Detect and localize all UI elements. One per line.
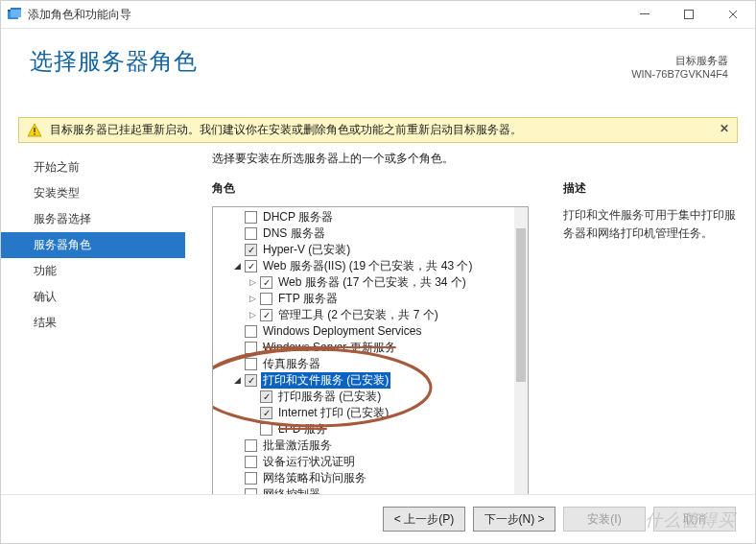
maximize-button[interactable] bbox=[667, 1, 711, 28]
nav-step[interactable]: 服务器角色 bbox=[1, 232, 185, 258]
checkbox[interactable] bbox=[245, 325, 257, 338]
tree-row[interactable]: Windows Deployment Services bbox=[213, 323, 514, 340]
instruction-text: 选择要安装在所选服务器上的一个或多个角色。 bbox=[212, 151, 736, 167]
checkbox[interactable] bbox=[245, 227, 257, 240]
expander-closed-icon[interactable]: ▷ bbox=[248, 310, 258, 320]
tree-row-label: Windows Deployment Services bbox=[261, 323, 423, 340]
nav-step[interactable]: 确认 bbox=[1, 284, 185, 310]
checkbox[interactable] bbox=[245, 342, 257, 354]
checkbox[interactable] bbox=[260, 293, 272, 305]
tree-row[interactable]: ▷FTP 服务器 bbox=[213, 291, 514, 307]
app-icon bbox=[7, 7, 22, 22]
expander-closed-icon[interactable]: ▷ bbox=[248, 294, 258, 304]
nav-step[interactable]: 开始之前 bbox=[1, 154, 185, 180]
expander-none bbox=[248, 424, 258, 435]
tree-row[interactable]: ▷Web 服务器 (17 个已安装，共 34 个) bbox=[213, 274, 514, 291]
checkbox[interactable] bbox=[260, 407, 272, 419]
roles-column: 角色 DHCP 服务器DNS 服务器Hyper-V (已安装)◢Web 服务器(… bbox=[212, 180, 529, 496]
scrollbar[interactable] bbox=[514, 207, 528, 495]
checkbox[interactable] bbox=[260, 276, 272, 289]
tree-row[interactable]: DHCP 服务器 bbox=[213, 209, 514, 225]
tree-row[interactable]: 打印服务器 (已安装) bbox=[213, 389, 514, 405]
tree-row-label: 批量激活服务 bbox=[261, 438, 334, 454]
content: 选择要安装在所选服务器上的一个或多个角色。 角色 DHCP 服务器DNS 服务器… bbox=[185, 151, 755, 496]
tree-row[interactable]: ◢打印和文件服务 (已安装) bbox=[213, 372, 514, 389]
nav-step[interactable]: 服务器选择 bbox=[1, 206, 185, 232]
tree-row[interactable]: 设备运行状况证明 bbox=[213, 454, 514, 470]
svg-rect-7 bbox=[34, 133, 35, 135]
expander-none bbox=[232, 228, 243, 239]
titlebar: 添加角色和功能向导 bbox=[1, 1, 755, 29]
nav-step[interactable]: 功能 bbox=[1, 258, 185, 284]
install-button[interactable]: 安装(I) bbox=[563, 507, 646, 532]
back-button[interactable]: < 上一步(P) bbox=[383, 507, 465, 532]
tree-row[interactable]: ◢Web 服务器(IIS) (19 个已安装，共 43 个) bbox=[213, 258, 514, 274]
warning-bar: 目标服务器已挂起重新启动。我们建议你在安装或删除角色或功能之前重新启动目标服务器… bbox=[18, 117, 738, 143]
tree-row-label: Internet 打印 (已安装) bbox=[276, 405, 390, 421]
wizard-window: 添加角色和功能向导 选择服务器角色 目标服务器 WIN-76B7GVKN4F4 … bbox=[0, 0, 756, 544]
checkbox[interactable] bbox=[245, 260, 257, 272]
warning-icon bbox=[27, 123, 42, 138]
tree-row[interactable]: DNS 服务器 bbox=[213, 225, 514, 242]
close-icon bbox=[728, 10, 738, 19]
warning-close-button[interactable]: ✕ bbox=[720, 122, 729, 135]
close-button[interactable] bbox=[711, 1, 755, 28]
scrollbar-thumb[interactable] bbox=[516, 228, 526, 382]
roles-listbox[interactable]: DHCP 服务器DNS 服务器Hyper-V (已安装)◢Web 服务器(IIS… bbox=[212, 206, 529, 496]
tree-row[interactable]: Windows Server 更新服务 bbox=[213, 340, 514, 356]
dest-label: 目标服务器 bbox=[631, 54, 728, 68]
warning-text: 目标服务器已挂起重新启动。我们建议你在安装或删除角色或功能之前重新启动目标服务器… bbox=[50, 122, 522, 138]
checkbox[interactable] bbox=[245, 456, 257, 468]
expander-open-icon[interactable]: ◢ bbox=[232, 261, 243, 272]
tree-row[interactable]: ▷管理工具 (2 个已安装，共 7 个) bbox=[213, 307, 514, 323]
tree-row-label: 设备运行状况证明 bbox=[261, 454, 357, 470]
expander-none bbox=[232, 212, 243, 223]
expander-none bbox=[232, 440, 243, 451]
minimize-button[interactable] bbox=[623, 1, 667, 28]
checkbox[interactable] bbox=[245, 244, 257, 256]
checkbox[interactable] bbox=[260, 390, 272, 403]
expander-closed-icon[interactable]: ▷ bbox=[248, 277, 258, 288]
tree-row[interactable]: 网络策略和访问服务 bbox=[213, 470, 514, 486]
expander-none bbox=[248, 408, 258, 418]
tree-row-label: LPD 服务 bbox=[276, 421, 329, 438]
expander-none bbox=[232, 457, 243, 467]
expander-open-icon[interactable]: ◢ bbox=[232, 375, 243, 386]
expander-none bbox=[232, 473, 243, 484]
watermark: 什么值得买 bbox=[645, 509, 736, 532]
tree-row-label: DNS 服务器 bbox=[261, 225, 327, 242]
expander-none bbox=[232, 326, 243, 337]
window-title: 添加角色和功能向导 bbox=[28, 7, 623, 23]
roles-tree: DHCP 服务器DNS 服务器Hyper-V (已安装)◢Web 服务器(IIS… bbox=[213, 207, 514, 495]
description-column: 描述 打印和文件服务可用于集中打印服务器和网络打印机管理任务。 bbox=[563, 180, 736, 243]
tree-row-label: FTP 服务器 bbox=[276, 291, 340, 307]
expander-none bbox=[232, 359, 243, 369]
nav-step[interactable]: 安装类型 bbox=[1, 180, 185, 206]
tree-row[interactable]: Internet 打印 (已安装) bbox=[213, 405, 514, 421]
checkbox[interactable] bbox=[245, 439, 257, 452]
columns: 角色 DHCP 服务器DNS 服务器Hyper-V (已安装)◢Web 服务器(… bbox=[212, 180, 736, 496]
footer: < 上一步(P) 下一步(N) > 安装(I) 取消 什么值得买 bbox=[1, 494, 755, 543]
svg-rect-5 bbox=[685, 11, 694, 19]
page-title: 选择服务器角色 bbox=[30, 46, 726, 77]
tree-row[interactable]: LPD 服务 bbox=[213, 421, 514, 438]
checkbox[interactable] bbox=[245, 211, 257, 224]
body: 开始之前安装类型服务器选择服务器角色功能确认结果 选择要安装在所选服务器上的一个… bbox=[1, 151, 755, 515]
tree-row[interactable]: 传真服务器 bbox=[213, 356, 514, 372]
wizard-nav: 开始之前安装类型服务器选择服务器角色功能确认结果 bbox=[1, 151, 185, 336]
next-button[interactable]: 下一步(N) > bbox=[473, 507, 555, 532]
expander-none bbox=[232, 343, 243, 353]
maximize-icon bbox=[684, 10, 694, 19]
tree-row-label: 传真服务器 bbox=[261, 356, 322, 372]
checkbox[interactable] bbox=[245, 358, 257, 370]
nav-step[interactable]: 结果 bbox=[1, 310, 185, 336]
tree-row[interactable]: 批量激活服务 bbox=[213, 438, 514, 454]
dest-value: WIN-76B7GVKN4F4 bbox=[631, 68, 728, 80]
checkbox[interactable] bbox=[245, 472, 257, 485]
checkbox[interactable] bbox=[245, 374, 257, 387]
svg-rect-6 bbox=[34, 128, 35, 132]
checkbox[interactable] bbox=[260, 423, 272, 436]
tree-row[interactable]: Hyper-V (已安装) bbox=[213, 242, 514, 258]
description-heading: 描述 bbox=[563, 180, 736, 197]
checkbox[interactable] bbox=[260, 309, 272, 321]
